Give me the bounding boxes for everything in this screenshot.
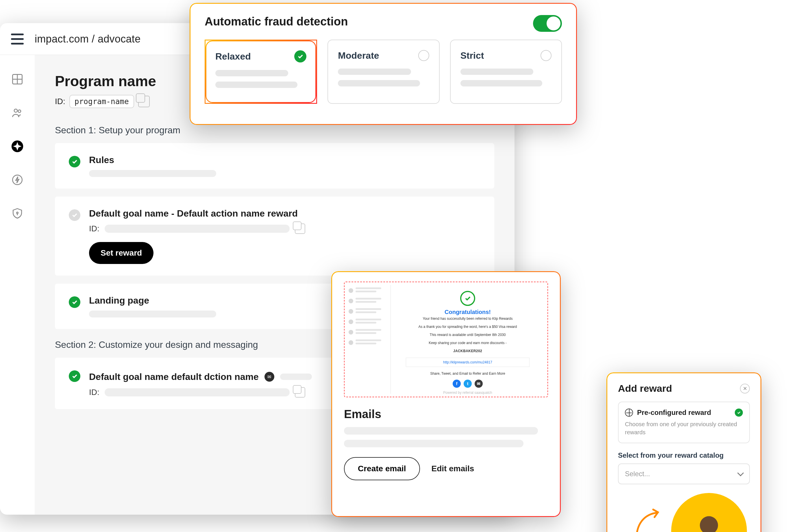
skeleton-line <box>104 388 290 396</box>
skeleton-line <box>338 80 420 87</box>
compass-icon[interactable] <box>11 140 24 153</box>
select-catalog-label: Select from your reward catalog <box>618 451 750 459</box>
bolt-icon[interactable] <box>11 173 24 186</box>
mail-badge-icon: ✉ <box>265 372 274 382</box>
set-reward-button[interactable]: Set reward <box>89 242 154 264</box>
twitter-icon: t <box>464 380 472 388</box>
skeleton-line <box>89 310 216 318</box>
inbox-item <box>349 319 388 325</box>
copy-id-button[interactable] <box>138 96 150 107</box>
goal-id-label: ID: <box>89 224 99 233</box>
email-line: As a thank you for spreading the word, h… <box>400 325 536 329</box>
fraud-option-label: Moderate <box>338 50 379 61</box>
social-icons: f t ✉ <box>400 380 536 388</box>
avatar <box>671 493 747 532</box>
copy-goal-id-button[interactable] <box>295 224 305 234</box>
radio-unchecked-icon <box>418 50 429 61</box>
rules-title: Rules <box>89 155 480 165</box>
skeleton-line <box>89 170 216 177</box>
email-preview: Congratulations! Your friend has success… <box>344 282 548 397</box>
breadcrumb: impact.com / advocate <box>35 33 140 45</box>
edit-emails-link[interactable]: Edit emails <box>431 464 474 473</box>
email-line: Keep sharing your code and earn more dis… <box>400 341 536 345</box>
goal-reward-title: Default goal name - Default action name … <box>89 208 480 219</box>
svg-point-1 <box>14 109 17 112</box>
add-reward-title: Add reward <box>618 383 672 394</box>
chevron-down-icon <box>737 470 744 476</box>
inbox-item <box>349 339 388 346</box>
skeleton-line <box>338 69 411 75</box>
reward-select-dropdown[interactable]: Select... <box>618 463 750 484</box>
svg-point-2 <box>18 110 21 112</box>
skeleton-line <box>104 225 290 233</box>
email-subtitle: Your friend has successfully been referr… <box>400 317 536 321</box>
globe-icon <box>625 408 633 417</box>
skeleton-line <box>344 427 538 435</box>
fraud-detection-toggle[interactable] <box>533 15 562 32</box>
skeleton-line <box>461 80 543 87</box>
email-congrats: Congratulations! <box>400 309 536 316</box>
arrow-icon <box>630 508 664 532</box>
svg-point-5 <box>17 212 18 214</box>
hamburger-icon <box>11 34 24 44</box>
fraud-detection-panel: Automatic fraud detection Relaxed Modera… <box>190 3 577 125</box>
fraud-option-label: Relaxed <box>215 51 251 62</box>
users-icon[interactable] <box>11 107 24 119</box>
check-icon <box>69 296 80 308</box>
check-icon <box>735 408 743 417</box>
email-icon: ✉ <box>475 380 483 388</box>
preconfig-subtitle: Choose from one of your previously creat… <box>625 420 743 436</box>
inbox-item <box>349 287 388 294</box>
goal-action-id-label: ID: <box>89 388 99 397</box>
id-label: ID: <box>55 97 65 106</box>
side-rail <box>0 55 35 515</box>
email-link: http://kliprewards.com/mu24817 <box>406 358 529 367</box>
email-body: Congratulations! Your friend has success… <box>391 285 545 394</box>
inbox-item <box>349 298 388 304</box>
email-code: JACKBAKER202 <box>400 349 536 353</box>
program-id-chip: program-name <box>70 95 134 108</box>
skeleton-line <box>344 440 523 447</box>
skeleton-line <box>215 81 297 88</box>
fraud-detection-title: Automatic fraud detection <box>205 15 562 28</box>
copy-goal-action-id-button[interactable] <box>295 387 305 398</box>
close-button[interactable]: ✕ <box>740 384 750 394</box>
emails-title: Emails <box>344 408 548 421</box>
inbox-item <box>349 329 388 336</box>
svg-point-4 <box>13 175 22 185</box>
reward-advocates-graphic <box>618 490 750 532</box>
select-placeholder: Select... <box>625 470 650 478</box>
shield-icon[interactable] <box>11 207 24 220</box>
svg-point-6 <box>700 516 718 532</box>
check-icon <box>69 156 80 167</box>
skeleton-line <box>215 70 288 76</box>
inbox-list <box>347 285 391 394</box>
fraud-option-strict[interactable]: Strict <box>450 40 562 104</box>
success-check-icon <box>460 291 475 306</box>
goal-reward-card[interactable]: Default goal name - Default action name … <box>55 196 494 276</box>
create-email-button[interactable]: Create email <box>344 457 420 480</box>
inbox-item <box>349 308 388 315</box>
email-line: This reward is available until September… <box>400 333 536 337</box>
preconfig-title: Pre-configured reward <box>637 408 731 417</box>
email-powered: Powered by referral saasquatch <box>400 391 536 395</box>
section-1-title: Section 1: Setup your program <box>55 125 494 136</box>
skeleton-line <box>280 374 312 380</box>
email-share-text: Share, Tweet, and Email to Refer and Ear… <box>400 372 536 376</box>
facebook-icon: f <box>453 380 461 388</box>
hamburger-menu-button[interactable] <box>0 23 35 55</box>
pending-check-icon <box>69 209 80 221</box>
skeleton-line <box>461 69 533 75</box>
fraud-option-relaxed[interactable]: Relaxed <box>205 40 317 104</box>
emails-panel: Congratulations! Your friend has success… <box>331 271 561 517</box>
goal-action-title: Default goal name default dction name <box>89 372 259 382</box>
add-reward-panel: Add reward ✕ Pre-configured reward Choos… <box>606 373 761 532</box>
check-icon <box>294 50 306 62</box>
rules-card[interactable]: Rules <box>55 143 494 189</box>
fraud-option-moderate[interactable]: Moderate <box>328 40 439 104</box>
preconfigured-reward-card[interactable]: Pre-configured reward Choose from one of… <box>618 402 750 443</box>
check-icon <box>69 370 80 382</box>
dashboard-icon[interactable] <box>11 73 24 86</box>
fraud-option-label: Strict <box>461 50 484 61</box>
radio-unchecked-icon <box>541 50 552 61</box>
